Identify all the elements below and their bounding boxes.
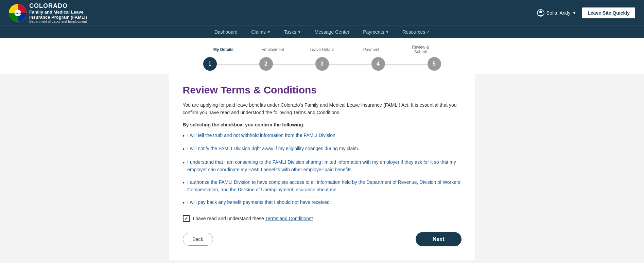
nav-message-center[interactable]: Message Center — [315, 29, 350, 35]
step-label-5: Review &Submit — [400, 45, 441, 54]
claims-dropdown-arrow: ▼ — [267, 30, 271, 34]
nav-claims[interactable]: Claims ▼ — [251, 29, 271, 35]
step-4: 4 — [371, 57, 385, 71]
step-3: 3 — [315, 57, 329, 71]
header-left: CDLB COLORADO Family and Medical Leave I… — [8, 2, 87, 23]
button-row: Back Next — [183, 232, 462, 246]
navigation: Dashboard Claims ▼ Tasks ▼ Message Cente… — [0, 25, 644, 38]
term-1: I will tell the truth and not withhold i… — [183, 132, 462, 140]
terms-checkbox[interactable] — [183, 215, 190, 222]
back-button[interactable]: Back — [183, 233, 213, 246]
brand-text: COLORADO Family and Medical Leave Insura… — [29, 2, 87, 23]
term-3: I understand that I am consenting to the… — [183, 158, 462, 174]
step-label-3: Leave Details — [302, 47, 343, 52]
header: CDLB COLORADO Family and Medical Leave I… — [0, 0, 644, 25]
term-5: I will pay back any benefit payments tha… — [183, 198, 462, 207]
header-right: Sofia, Andy ▼ Leave Site Quickly — [537, 7, 636, 19]
term-2: I will notify the FAMLI Division right a… — [183, 145, 462, 154]
checkbox-instruction: By selecting the checkbox, you confirm t… — [183, 122, 462, 127]
nav-resources[interactable]: Resources ↗ — [402, 29, 430, 35]
nav-tasks[interactable]: Tasks ▼ — [284, 29, 301, 35]
term-4: I authorize the FAMLI Division to have c… — [183, 178, 462, 194]
step-circles: 1 2 3 4 5 — [203, 57, 441, 71]
leave-site-button[interactable]: Leave Site Quickly — [581, 7, 636, 19]
page-title: Review Terms & Conditions — [183, 84, 462, 96]
step-1: 1 — [203, 57, 217, 71]
terms-list: I will tell the truth and not withhold i… — [183, 132, 462, 207]
step-labels: My Details Employment Leave Details Paym… — [203, 45, 441, 54]
tasks-dropdown-arrow: ▼ — [298, 30, 301, 34]
svg-text:CDLB: CDLB — [14, 12, 21, 15]
progress-steps: My Details Employment Leave Details Paym… — [0, 38, 644, 74]
user-dropdown-arrow: ▼ — [572, 11, 576, 15]
external-link-icon: ↗ — [427, 30, 430, 34]
step-5: 5 — [428, 57, 441, 71]
colorado-logo: CDLB — [8, 3, 27, 22]
main-content: Review Terms & Conditions You are applyi… — [169, 74, 475, 260]
user-menu[interactable]: Sofia, Andy ▼ — [537, 9, 576, 17]
step-label-2: Employment — [253, 47, 293, 52]
step-label-4: Payment — [351, 47, 392, 52]
user-icon — [537, 9, 544, 17]
step-label-1: My Details — [203, 47, 244, 52]
intro-text: You are applying for paid leave benefits… — [183, 101, 462, 117]
nav-payments[interactable]: Payments ▼ — [363, 29, 389, 35]
nav-dashboard[interactable]: Dashboard — [214, 29, 238, 35]
terms-link[interactable]: Terms and Conditions* — [265, 216, 313, 221]
terms-checkbox-label: I have read and understand these Terms a… — [193, 216, 313, 221]
next-button[interactable]: Next — [416, 232, 462, 246]
payments-dropdown-arrow: ▼ — [386, 30, 389, 34]
svg-point-4 — [539, 11, 542, 13]
step-2: 2 — [259, 57, 273, 71]
terms-checkbox-row: I have read and understand these Terms a… — [183, 215, 462, 222]
